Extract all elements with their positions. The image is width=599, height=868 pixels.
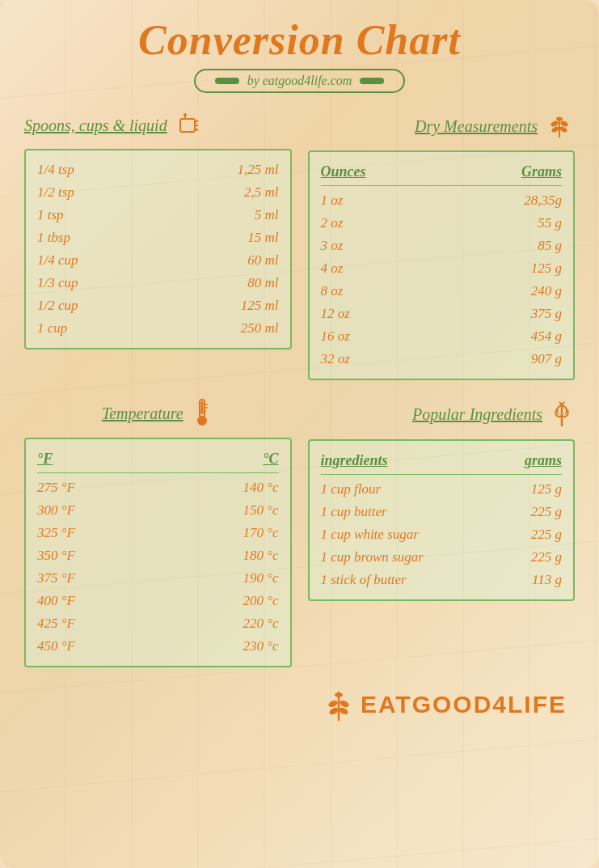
svg-point-14 <box>197 416 207 426</box>
row-right: 60 ml <box>247 252 278 269</box>
row-left: 1/2 tsp <box>37 184 74 201</box>
ingredients-title: Popular Ingredients <box>308 396 576 433</box>
row-right: 113 g <box>532 572 562 588</box>
row-right: 454 g <box>531 328 562 345</box>
table-row: 375 °F190 °c <box>37 567 279 590</box>
svg-line-20 <box>562 402 564 404</box>
table-row: 425 °F220 °c <box>37 612 279 635</box>
svg-point-11 <box>556 117 563 121</box>
row-right: 225 g <box>531 527 562 543</box>
row-left: 375 °F <box>37 570 75 586</box>
row-right: 225 g <box>531 549 562 565</box>
footer-logo-text: EATGOOD4LIFE <box>361 691 567 718</box>
row-left: 350 °F <box>37 548 75 564</box>
wheat-icon <box>544 109 575 144</box>
table-row: 1/4 cup60 ml <box>37 249 279 272</box>
measuring-cup-icon <box>174 109 203 142</box>
footer-logo: EATGOOD4LIFE <box>322 684 567 726</box>
ingredients-table: ingredientsgrams1 cup flour125 g1 cup bu… <box>308 439 576 601</box>
row-left: 1/4 cup <box>37 252 78 269</box>
svg-rect-0 <box>180 119 195 132</box>
row-right: 907 g <box>531 351 562 367</box>
row-left: 2 oz <box>321 215 344 231</box>
row-left: 1/2 cup <box>37 298 78 314</box>
row-right: 375 g <box>531 306 562 322</box>
table-row: 1 cup flour125 g <box>321 478 563 501</box>
table-row: 8 oz240 g <box>321 280 563 303</box>
table-row: 1/4 tsp1,25 ml <box>37 159 279 181</box>
table-row: 1 cup white sugar225 g <box>321 523 563 546</box>
row-right: 125 g <box>531 481 562 498</box>
row-left: 32 oz <box>321 351 350 367</box>
row-right: 190 °c <box>243 570 278 586</box>
ingredients-col: Popular Ingredients ingredientsgrams1 cu… <box>308 396 576 667</box>
table-row: 12 oz375 g <box>321 303 563 325</box>
spoons-table: 1/4 tsp1,25 ml1/2 tsp2,5 ml1 tsp5 ml1 tb… <box>24 149 292 349</box>
table-row: 400 °F200 °c <box>37 590 279 612</box>
row-right: 250 ml <box>241 320 279 337</box>
row-right: 140 °c <box>243 480 278 496</box>
row-left: 3 oz <box>321 238 344 254</box>
subtitle-pill: by eatgood4life.com <box>194 69 406 93</box>
row-left: 1 cup brown sugar <box>321 549 424 565</box>
table-row: 16 oz454 g <box>321 325 563 348</box>
row-right: 180 °c <box>243 548 278 564</box>
header-right: grams <box>525 452 562 469</box>
table-row: 325 °F170 °c <box>37 522 279 544</box>
row-left: 450 °F <box>37 638 75 654</box>
page: Conversion Chart by eatgood4life.com Spo… <box>0 0 599 868</box>
header-right: °C <box>263 451 278 468</box>
row-right: 150 °c <box>243 502 278 519</box>
row-left: 1 cup butter <box>321 504 387 520</box>
row-left: 4 oz <box>321 260 344 277</box>
row-right: 240 g <box>531 283 562 299</box>
row-left: 1 tsp <box>37 207 64 223</box>
table-row: 450 °F230 °c <box>37 635 279 658</box>
row-left: 8 oz <box>321 283 344 299</box>
footer: EATGOOD4LIFE <box>24 684 575 726</box>
row-right: 1,25 ml <box>238 162 279 178</box>
dry-col: Dry Measurements OuncesGrams1 oz28,35g2 … <box>308 109 576 380</box>
row-left: 1/4 tsp <box>37 162 74 178</box>
row-left: 325 °F <box>37 525 75 541</box>
temp-table: °F°C275 °F140 °c300 °F150 °c325 °F170 °c… <box>24 438 292 667</box>
table-row: 4 oz125 g <box>321 257 563 280</box>
pill-end-right <box>360 78 384 84</box>
row-left: 1 cup white sugar <box>321 527 419 543</box>
row-right: 170 °c <box>243 525 278 541</box>
bottom-section: Temperature °F°C275 °F140 °c300 °F150 °c… <box>24 396 575 667</box>
table-row: 1 cup250 ml <box>37 317 279 340</box>
table-row: 1 tbsp15 ml <box>37 227 279 249</box>
table-row: 3 oz85 g <box>321 235 563 257</box>
table-row: 1/2 cup125 ml <box>37 294 279 317</box>
table-header: OuncesGrams <box>321 160 563 186</box>
row-right: 225 g <box>531 504 562 520</box>
subtitle-text: by eatgood4life.com <box>247 74 352 88</box>
row-left: 12 oz <box>321 306 350 322</box>
row-left: 275 °F <box>37 480 75 496</box>
spoons-col: Spoons, cups & liquid 1/4 tsp1,25 ml1/2 … <box>24 109 292 380</box>
table-row: 2 oz55 g <box>321 212 563 235</box>
table-row: 275 °F140 °c <box>37 476 279 499</box>
whisk-icon <box>549 396 575 433</box>
row-left: 400 °F <box>37 593 75 609</box>
table-row: 1/2 tsp2,5 ml <box>37 181 279 204</box>
row-right: 15 ml <box>247 230 278 246</box>
table-row: 1 tsp5 ml <box>37 204 279 227</box>
svg-point-9 <box>550 120 559 128</box>
row-right: 85 g <box>538 238 562 254</box>
row-left: 425 °F <box>37 616 75 632</box>
row-right: 28,35g <box>524 193 562 209</box>
row-right: 80 ml <box>247 275 278 291</box>
svg-point-24 <box>327 699 339 708</box>
svg-point-5 <box>183 113 187 116</box>
pill-end-left <box>215 78 239 84</box>
row-right: 200 °c <box>243 593 278 609</box>
row-right: 220 °c <box>243 616 278 632</box>
table-row: 1 cup brown sugar225 g <box>321 546 563 569</box>
row-left: 1 tbsp <box>37 230 70 246</box>
svg-line-19 <box>559 402 562 404</box>
header-left: Ounces <box>321 163 366 180</box>
table-header: ingredientsgrams <box>321 449 563 475</box>
spoons-title: Spoons, cups & liquid <box>24 109 292 142</box>
